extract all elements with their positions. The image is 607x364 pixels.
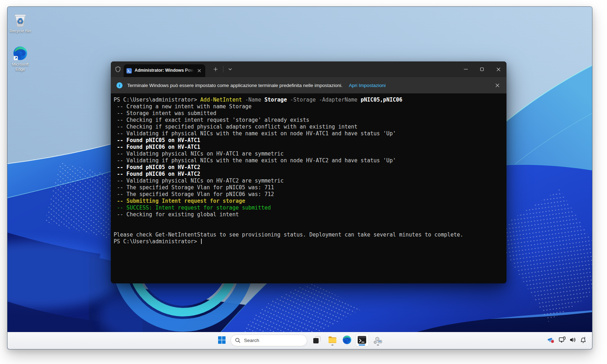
tab-close-button[interactable] <box>196 67 202 74</box>
task-view-icon <box>313 336 321 344</box>
terminal-line: -- Found pNIC06 on HV-ATC1 <box>114 144 504 151</box>
terminal-line <box>114 218 504 225</box>
search-box[interactable]: Search <box>231 335 307 346</box>
powershell-icon <box>126 68 132 74</box>
banner-message: Terminale Windows può essere impostato c… <box>127 83 342 88</box>
minimize-button[interactable] <box>457 61 474 77</box>
server-tool-icon: ⚙ ⚙ <box>373 335 383 344</box>
close-button[interactable] <box>490 61 506 77</box>
terminal-line: -- Checking for existing global intent <box>114 211 504 218</box>
terminal-info-banner: i Terminale Windows può essere impostato… <box>111 77 506 93</box>
new-tab-button[interactable] <box>210 64 221 75</box>
svg-text:♻: ♻ <box>17 17 24 26</box>
terminal-line: -- Storage intent was submitted <box>114 110 504 117</box>
terminal-line: Please check Get-NetIntentStatus to see … <box>114 232 504 238</box>
maximize-button[interactable] <box>474 61 490 77</box>
terminal-line: -- Checking if exact intent request 'sto… <box>114 117 504 124</box>
search-label: Search <box>244 338 259 343</box>
terminal-icon <box>357 335 367 344</box>
desktop-icon-label: Edge <box>7 67 34 72</box>
desktop-icon-edge[interactable]: Microsoft Edge <box>7 46 34 72</box>
terminal-line: -- Found pNIC05 on HV-ATC2 <box>114 164 504 171</box>
tab-dropdown-button[interactable] <box>226 65 235 74</box>
banner-close-button[interactable] <box>494 82 501 89</box>
info-icon: i <box>116 82 123 88</box>
terminal-titlebar[interactable]: Administrator: Windows Pow <box>111 61 506 77</box>
taskbar-terminal[interactable] <box>355 333 369 347</box>
bell-icon: z <box>579 336 587 344</box>
taskbar-admin-tool[interactable]: ⚙ ⚙ <box>371 333 385 347</box>
terminal-line: -- Checking if specified physical adapte… <box>114 124 504 130</box>
terminal-line <box>114 225 504 232</box>
tab-bar-separator <box>223 66 223 72</box>
terminal-cursor <box>201 239 202 244</box>
tray-display[interactable] <box>556 333 568 347</box>
taskbar-file-explorer[interactable] <box>325 333 340 347</box>
taskbar-task-view[interactable] <box>310 333 324 347</box>
edge-icon <box>342 335 352 344</box>
admin-shield-icon <box>115 66 121 72</box>
taskbar: Search <box>7 332 592 349</box>
terminal-line: -- Validating if physical NICs with the … <box>114 157 504 164</box>
taskbar-edge[interactable] <box>340 333 354 347</box>
edge-icon <box>13 46 28 61</box>
recycle-bin-icon: ♻ <box>12 11 28 27</box>
open-settings-link[interactable]: Apri Impostazioni <box>349 83 386 88</box>
desktop-icon-label: Recycle Bin <box>7 28 34 33</box>
terminal-output[interactable]: PS C:\Users\administrator> Add-NetIntent… <box>111 93 506 248</box>
running-indicator <box>377 344 379 346</box>
display-icon <box>558 336 566 344</box>
speaker-icon <box>569 336 577 344</box>
tray-network-device[interactable] <box>545 333 557 347</box>
terminal-line: -- SUCCESS: Intent request for storage s… <box>114 205 504 211</box>
terminal-line: -- Found pNIC06 on HV-ATC2 <box>114 171 504 178</box>
running-indicator <box>331 344 334 346</box>
terminal-line: -- Validating physical NICs on HV-ATC2 a… <box>114 178 504 184</box>
start-button[interactable] <box>215 333 229 347</box>
terminal-window: Administrator: Windows Pow <box>111 61 506 283</box>
active-running-indicator <box>359 344 365 346</box>
desktop-icon-label: Microsoft <box>7 62 34 67</box>
file-explorer-icon <box>328 335 337 344</box>
svg-text:z: z <box>584 336 586 339</box>
windows-logo-icon <box>218 336 226 344</box>
terminal-line: -- The specified Storage Vlan for pNIC05… <box>114 184 504 191</box>
desktop-icon-recycle-bin[interactable]: ♻ Recycle Bin <box>7 11 34 33</box>
desktop-screen: ♻ Recycle Bin Microsoft Edge <box>7 6 592 349</box>
terminal-line: -- Creating a new intent with name Stora… <box>114 103 504 110</box>
terminal-line: -- Found pNIC05 on HV-ATC1 <box>114 137 504 144</box>
terminal-tab[interactable]: Administrator: Windows Pow <box>124 64 205 77</box>
terminal-line: -- Validating physical NICs on HV-ATC1 a… <box>114 151 504 157</box>
tab-title: Administrator: Windows Pow <box>135 68 194 74</box>
tray-notifications[interactable]: z <box>577 333 589 347</box>
terminal-line: PS C:\Users\administrator> Add-NetIntent… <box>114 97 504 103</box>
terminal-line: PS C:\Users\administrator> <box>114 238 504 245</box>
terminal-line: -- Submitting Intent request for storage <box>114 198 504 205</box>
svg-text:⚙: ⚙ <box>373 340 377 344</box>
terminal-line: -- Validating if physical NICs with the … <box>114 130 504 137</box>
terminal-line: -- The specified Storage Vlan for pNIC06… <box>114 191 504 198</box>
device-status-icon <box>547 336 555 344</box>
search-icon <box>235 338 240 343</box>
